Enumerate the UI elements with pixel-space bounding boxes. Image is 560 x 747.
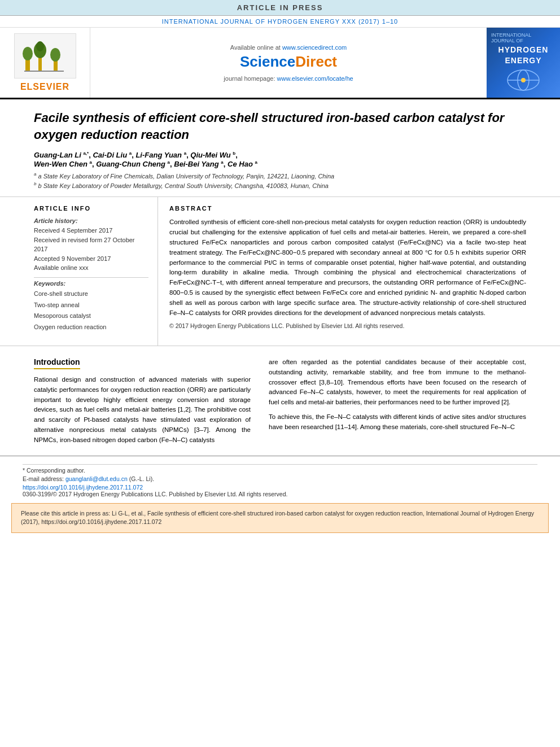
keyword-3: Mesoporous catalyst [34, 311, 148, 322]
abstract-col: ABSTRACT Controlled synthesis of efficie… [158, 197, 549, 346]
sciencedirect-url[interactable]: www.sciencedirect.com [282, 44, 347, 51]
journal-header-line: INTERNATIONAL JOURNAL OF HYDROGEN ENERGY… [0, 16, 560, 28]
article-title-section: Facile synthesis of efficient core-shell… [0, 99, 560, 197]
article-main-title: Facile synthesis of efficient core-shell… [34, 110, 526, 143]
abstract-copyright: © 2017 Hydrogen Energy Publications LLC.… [169, 322, 526, 329]
accepted-date: Accepted 9 November 2017 [34, 254, 148, 264]
corresponding-author: * Corresponding author. [23, 467, 537, 474]
svg-point-4 [36, 41, 44, 51]
abstract-text: Controlled synthesis of efficient core-s… [169, 217, 526, 318]
svg-point-1 [23, 47, 33, 60]
abstract-label: ABSTRACT [169, 205, 526, 212]
svg-rect-7 [24, 71, 64, 72]
keyword-4: Oxygen reduction reaction [34, 322, 148, 333]
keyword-1: Core-shell structure [34, 289, 148, 300]
divider [34, 277, 148, 278]
authors-line: Guang-Lan Li a,*, Cai-Di Liu a, Li-Fang … [34, 151, 526, 168]
header-center: Available online at www.sciencedirect.co… [90, 28, 487, 98]
svg-point-6 [50, 48, 60, 62]
intro-paragraph-1: Rational design and construction of adva… [34, 375, 251, 445]
author-email[interactable]: guanglanli@dlut.edu.cn [65, 475, 128, 482]
email-line: E-mail address: guanglanli@dlut.edu.cn (… [23, 475, 537, 482]
keywords-list: Core-shell structure Two-step anneal Mes… [34, 289, 148, 333]
sciencedirect-brand: ScienceDirect [240, 53, 337, 71]
elsevier-brand: ELSEVIER [20, 82, 69, 92]
footnote-section: * Corresponding author. E-mail address: … [0, 456, 560, 503]
introduction-heading: Introduction [34, 357, 80, 369]
keywords-label: Keywords: [34, 280, 148, 287]
hydrogen-energy-title: HYDROGEN ENERGY [491, 45, 555, 65]
article-info-abstract-section: ARTICLE INFO Article history: Received 4… [0, 197, 560, 346]
article-info-label: ARTICLE INFO [34, 205, 148, 212]
hydrogen-energy-box: INTERNATIONAL JOURNAL OF HYDROGEN ENERGY [487, 28, 560, 98]
hydrogen-energy-international: INTERNATIONAL JOURNAL OF [491, 32, 555, 43]
svg-point-11 [521, 78, 526, 82]
intro-paragraph-right-1: are often regarded as the potential cand… [269, 357, 526, 433]
elsevier-logo-box: ELSEVIER [0, 28, 90, 98]
received-date: Received 4 September 2017 [34, 226, 148, 235]
doi-url[interactable]: https://doi.org/10.1016/j.ijhydene.2017.… [23, 484, 143, 491]
doi-line: https://doi.org/10.1016/j.ijhydene.2017.… [23, 484, 537, 491]
history-label: Article history: [34, 217, 148, 224]
keyword-2: Two-step anneal [34, 300, 148, 311]
intro-right-col: are often regarded as the potential cand… [260, 357, 549, 450]
citation-box: Please cite this article in press as: Li… [11, 503, 549, 534]
article-in-press-banner: ARTICLE IN PRESS [0, 0, 560, 16]
journal-homepage: journal homepage: www.elsevier.com/locat… [224, 75, 353, 82]
journal-url[interactable]: www.elsevier.com/locate/he [277, 75, 353, 82]
affiliation-b: b b State Key Laboratory of Powder Metal… [34, 181, 526, 189]
intro-left-col: Introduction Rational design and constru… [11, 357, 260, 450]
received-revised: Received in revised form 27 October 2017 [34, 235, 148, 254]
footnote-divider [23, 464, 537, 465]
introduction-section: Introduction Rational design and constru… [0, 346, 560, 456]
article-history-group: Article history: Received 4 September 20… [34, 217, 148, 273]
available-online-text: Available online at www.sciencedirect.co… [230, 44, 347, 51]
elsevier-tree-logo [14, 33, 76, 78]
footer-copyright: 0360-3199/© 2017 Hydrogen Energy Publica… [23, 491, 537, 497]
header-row: ELSEVIER Available online at www.science… [0, 28, 560, 99]
keywords-group: Keywords: Core-shell structure Two-step … [34, 280, 148, 333]
affiliation-a: a a State Key Laboratory of Fine Chemica… [34, 172, 526, 180]
article-info-col: ARTICLE INFO Article history: Received 4… [11, 197, 158, 346]
available-online: Available online xxx [34, 263, 148, 273]
